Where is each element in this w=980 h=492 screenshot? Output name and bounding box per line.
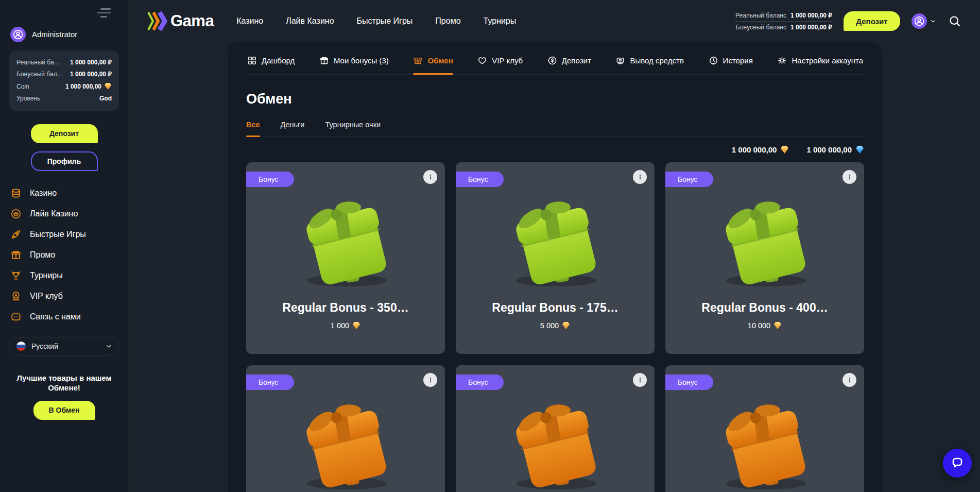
chat-icon bbox=[10, 311, 22, 323]
bonus-cards-grid: Бонус Regular Bonus - 350… bbox=[246, 162, 864, 492]
tab-deposit[interactable]: Депозит bbox=[547, 56, 591, 65]
tab-vip-club[interactable]: VIP клуб bbox=[477, 56, 523, 65]
exchange-balances: 1 000 000,00 1 000 000,00 bbox=[246, 145, 864, 154]
bonus-badge: Бонус bbox=[246, 172, 294, 187]
bonus-card[interactable]: Бонус bbox=[456, 365, 655, 492]
sidebar-item-vip-club[interactable]: VIP клуб bbox=[9, 290, 119, 303]
bonus-price: 5 000 bbox=[540, 321, 570, 330]
sidebar-promo-title: Лучшие товары в нашем Обмене! bbox=[9, 373, 119, 393]
tab-exchange[interactable]: Обмен bbox=[413, 56, 453, 65]
bonus-badge: Бонус bbox=[456, 375, 504, 390]
gem-orange-icon bbox=[780, 145, 789, 154]
gem-orange-icon bbox=[352, 321, 360, 330]
stat-coin: Coin 1 000 000,00 bbox=[16, 80, 112, 93]
header-nav-live-casino[interactable]: Лайв Казино bbox=[286, 16, 334, 26]
bonus-card[interactable]: Бонус Regular Bonus - 175… bbox=[456, 162, 655, 354]
gama-logo-icon bbox=[146, 11, 167, 31]
gift-box-image bbox=[500, 188, 611, 289]
gem-orange-icon bbox=[562, 321, 570, 330]
info-icon[interactable] bbox=[633, 170, 647, 184]
tab-account-settings[interactable]: Настройки аккаунта bbox=[777, 56, 863, 65]
gift-box-image bbox=[710, 188, 820, 289]
header-nav: Казино Лайв Казино Быстрые Игры Промо Ту… bbox=[236, 16, 516, 26]
gift-icon bbox=[319, 56, 329, 65]
heart-icon bbox=[477, 56, 487, 65]
to-exchange-button[interactable]: В Обмен bbox=[33, 401, 95, 420]
medal-icon bbox=[10, 291, 22, 302]
bonus-badge: Бонус bbox=[246, 375, 294, 390]
gift-box-image bbox=[290, 391, 401, 491]
bonus-card[interactable]: Бонус Regular Bonus - 350… bbox=[246, 162, 445, 354]
info-icon[interactable] bbox=[633, 373, 647, 387]
sidebar-item-casino[interactable]: Казино bbox=[9, 186, 119, 200]
tab-history[interactable]: История bbox=[709, 56, 753, 65]
info-icon[interactable] bbox=[843, 373, 856, 387]
sidebar-item-contact[interactable]: Связь с нами bbox=[9, 310, 119, 324]
gem-orange-icon bbox=[773, 321, 782, 330]
chat-bubble-icon bbox=[950, 456, 965, 470]
stat-level: Уровень God bbox=[16, 93, 112, 105]
chat-widget-button[interactable] bbox=[943, 449, 972, 478]
page-title: Обмен bbox=[246, 91, 864, 107]
sidebar-user[interactable]: Administrator bbox=[9, 27, 119, 42]
header-nav-tournaments[interactable]: Турниры bbox=[484, 16, 517, 26]
header-nav-fast-games[interactable]: Быстрые Игры bbox=[357, 16, 413, 26]
gama-logo[interactable]: Gama bbox=[146, 11, 214, 31]
sidebar-item-promo[interactable]: Промо bbox=[9, 248, 119, 262]
gift-box-image bbox=[290, 188, 401, 289]
deposit-button[interactable]: Депозит bbox=[31, 124, 98, 143]
bonus-price: 10 000 bbox=[748, 321, 782, 330]
info-icon[interactable] bbox=[423, 170, 437, 184]
sidebar-item-fast-games[interactable]: Быстрые Игры bbox=[9, 228, 119, 241]
bonus-title: Regular Bonus - 175… bbox=[492, 301, 618, 315]
account-panel: Дашборд Мои бонусы (3) Обмен VIP клуб Де… bbox=[228, 42, 882, 492]
user-avatar-icon bbox=[10, 27, 26, 42]
bonus-price: 1 000 bbox=[331, 321, 360, 330]
filter-all[interactable]: Все bbox=[246, 121, 260, 129]
coin-icon bbox=[547, 56, 557, 65]
sidebar-nav: Казино Лайв Казино Быстрые Игры Промо Ту… bbox=[9, 186, 119, 324]
header-user-menu[interactable] bbox=[912, 13, 937, 29]
tab-dashboard[interactable]: Дашборд bbox=[247, 56, 295, 65]
bonus-badge: Бонус bbox=[665, 375, 713, 390]
language-selector[interactable]: Русский bbox=[9, 337, 119, 355]
filter-money[interactable]: Деньги bbox=[281, 121, 305, 129]
gem-orange-icon bbox=[104, 82, 112, 90]
account-tabs: Дашборд Мои бонусы (3) Обмен VIP клуб Де… bbox=[246, 42, 864, 75]
header-nav-promo[interactable]: Промо bbox=[435, 16, 460, 26]
bonus-card[interactable]: Бонус Regular Bonus - 400… bbox=[665, 162, 864, 354]
user-name: Administrator bbox=[32, 30, 77, 39]
russian-flag-icon bbox=[16, 341, 26, 351]
gift-icon bbox=[10, 249, 22, 261]
shop-icon bbox=[413, 56, 423, 65]
language-label: Русский bbox=[31, 342, 100, 350]
header-balances: Реальный баланс 1 000 000,00 ₽ Бонусный … bbox=[735, 10, 832, 33]
filter-tournament-points[interactable]: Турнирные очки bbox=[325, 121, 381, 129]
tab-withdraw[interactable]: Вывод средств bbox=[615, 56, 683, 65]
bonus-title: Regular Bonus - 350… bbox=[282, 301, 408, 315]
bonus-badge: Бонус bbox=[665, 172, 713, 187]
header-nav-casino[interactable]: Казино bbox=[236, 16, 263, 26]
bonus-card[interactable]: Бонус bbox=[246, 365, 445, 492]
bonus-badge: Бонус bbox=[456, 172, 504, 187]
sidebar-item-live-casino[interactable]: Лайв Казино bbox=[9, 207, 119, 220]
profile-button[interactable]: Профиль bbox=[31, 151, 98, 171]
bonus-card[interactable]: Бонус bbox=[665, 365, 864, 492]
casino-chips-icon bbox=[10, 188, 22, 199]
tab-my-bonuses[interactable]: Мои бонусы (3) bbox=[319, 56, 389, 65]
search-icon[interactable] bbox=[948, 14, 961, 28]
gear-icon bbox=[777, 56, 787, 65]
info-icon[interactable] bbox=[843, 170, 856, 184]
gift-box-image bbox=[500, 391, 611, 491]
bonus-title: Regular Bonus - 400… bbox=[701, 301, 828, 315]
stat-real-balance: Реальный ба… 1 000 000,00 ₽ bbox=[16, 57, 112, 69]
bonus-balance-row: Бонусный баланс 1 000 000,00 ₽ bbox=[735, 22, 832, 33]
sidebar-item-tournaments[interactable]: Турниры bbox=[9, 269, 119, 282]
balance-summary-card: Реальный ба… 1 000 000,00 ₽ Бонусный бал… bbox=[9, 50, 119, 111]
info-icon[interactable] bbox=[423, 373, 437, 387]
header-avatar-icon bbox=[912, 13, 927, 29]
chevron-down-icon bbox=[105, 343, 112, 350]
real-balance-row: Реальный баланс 1 000 000,00 ₽ bbox=[735, 10, 832, 22]
sidebar-collapse-icon[interactable] bbox=[97, 8, 111, 18]
header-deposit-button[interactable]: Депозит bbox=[844, 11, 900, 31]
